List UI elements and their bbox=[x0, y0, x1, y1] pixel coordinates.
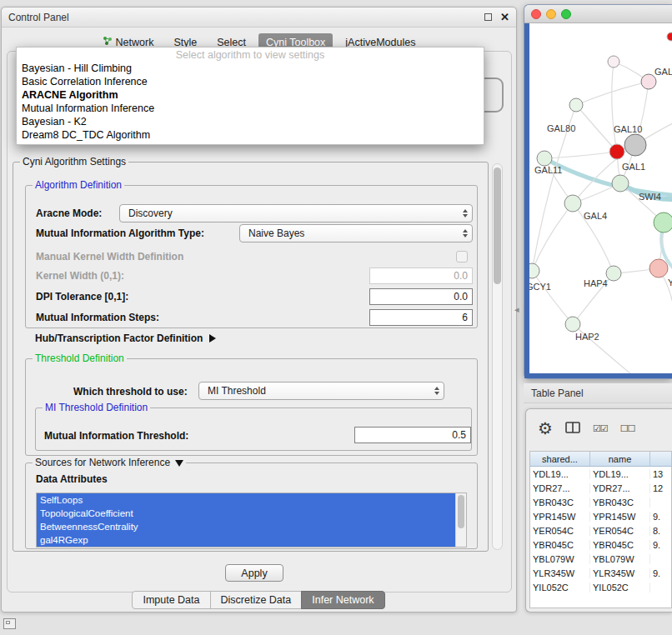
table-row[interactable]: YER054CYER054C8. bbox=[530, 523, 671, 538]
network-node-hap2-node[interactable] bbox=[565, 317, 580, 332]
table-row[interactable]: YIL052CYIL052C bbox=[530, 580, 671, 594]
table-cell: YBR043C bbox=[590, 498, 650, 508]
table-row[interactable]: YBR045CYBR045C9. bbox=[530, 538, 671, 552]
network-node-gal10-grey[interactable] bbox=[624, 134, 646, 156]
float-panel-icon[interactable] bbox=[484, 13, 492, 21]
network-edge[interactable] bbox=[532, 271, 573, 324]
network-node-gal1-node[interactable] bbox=[612, 175, 629, 192]
node-label: GAL4 bbox=[584, 211, 607, 221]
hub-definition-toggle[interactable]: Hub/Transcription Factor Definition bbox=[35, 332, 216, 345]
table-row[interactable]: YBR043CYBR043C bbox=[530, 495, 671, 509]
table-cell: YDL19... bbox=[590, 469, 650, 479]
network-node-pale-top[interactable] bbox=[608, 56, 619, 68]
settings-scrollbar[interactable] bbox=[492, 163, 503, 550]
network-node-red-node[interactable] bbox=[609, 144, 624, 159]
unselect-rows-icon[interactable]: ☐☐ bbox=[620, 423, 635, 434]
which-threshold-label: Which threshold to use: bbox=[73, 386, 188, 398]
mi-type-select[interactable]: Naive Bayes bbox=[239, 224, 473, 242]
scrollbar-thumb[interactable] bbox=[494, 168, 501, 284]
combo-arrows-icon bbox=[434, 387, 439, 395]
settings-group-title: Cyni Algorithm Settings bbox=[20, 156, 128, 168]
table-row[interactable]: YBL079WYBL079W bbox=[530, 552, 671, 566]
close-window-icon[interactable] bbox=[531, 9, 541, 19]
network-graph: GALGAL80GAL10GAL11GAL1SWI4GAL4GCY1HAP4YH… bbox=[529, 23, 672, 373]
table-row[interactable]: YPR145WYPR145W9. bbox=[530, 509, 671, 523]
attribute-item[interactable]: SelfLoops bbox=[37, 493, 455, 507]
network-node-gal11-node[interactable] bbox=[537, 151, 552, 166]
dpi-tolerance-field[interactable]: 0.0 bbox=[369, 288, 473, 305]
mi-threshold-field[interactable]: 0.5 bbox=[354, 427, 471, 443]
network-node-red-edge-node[interactable] bbox=[667, 32, 672, 41]
data-attributes-list[interactable]: SelfLoopsTopologicalCoefficientBetweenne… bbox=[36, 492, 467, 548]
column-header[interactable] bbox=[650, 452, 671, 466]
column-header[interactable]: shared... bbox=[530, 452, 590, 466]
threshold-definition-group: Threshold Definition Which threshold to … bbox=[25, 358, 478, 456]
network-canvas[interactable]: GALGAL80GAL10GAL11GAL1SWI4GAL4GCY1HAP4YH… bbox=[529, 23, 672, 373]
tab-discretize-data[interactable]: Discretize Data bbox=[210, 591, 303, 609]
table-row[interactable]: YDL19...YDL19...13 bbox=[530, 467, 671, 481]
node-label: GAL10 bbox=[614, 124, 642, 134]
table-panel-window: ⚙ ☑☑ ☐☐ shared...name YDL19...YDL19...13… bbox=[525, 408, 672, 612]
table-row[interactable]: YLR345WYLR345W9. bbox=[530, 566, 671, 580]
threshold-type-value: MI Threshold bbox=[208, 385, 266, 397]
network-window-titlebar[interactable] bbox=[524, 5, 672, 23]
network-node-gcy1-node[interactable] bbox=[529, 263, 539, 278]
attribute-item[interactable]: gal4RGexp bbox=[37, 533, 455, 547]
attribute-item[interactable]: BetweennessCentrality bbox=[37, 520, 455, 533]
network-edge[interactable] bbox=[612, 62, 617, 152]
network-view-window: GALGAL80GAL10GAL11GAL1SWI4GAL4GCY1HAP4YH… bbox=[524, 4, 672, 379]
zoom-window-icon[interactable] bbox=[561, 9, 571, 19]
minimize-window-icon[interactable] bbox=[546, 9, 556, 19]
network-node-salmon-node[interactable] bbox=[649, 259, 668, 278]
splitter-collapse-arrow[interactable]: ◂ bbox=[514, 304, 519, 315]
tab-impute-data[interactable]: Impute Data bbox=[132, 591, 210, 609]
column-header[interactable]: name bbox=[590, 452, 650, 466]
network-edge[interactable] bbox=[544, 152, 617, 158]
table-panel-titlebar[interactable]: Table Panel bbox=[524, 383, 672, 403]
mi-threshold-group: MI Threshold Definition Mutual Informati… bbox=[35, 408, 472, 451]
aracne-mode-select[interactable]: Discovery bbox=[119, 204, 473, 222]
select-rows-icon[interactable]: ☑☑ bbox=[593, 423, 608, 434]
algorithm-option[interactable]: Bayesian - Hill Climbing bbox=[17, 62, 484, 75]
table-options-gear-icon[interactable]: ⚙ bbox=[538, 420, 553, 437]
attribute-list-scrollbar[interactable] bbox=[455, 493, 466, 547]
node-label: GCY1 bbox=[529, 282, 551, 292]
algorithm-option[interactable]: Basic Correlation Inference bbox=[17, 75, 484, 88]
table-row[interactable]: YDR27...YDR27...12 bbox=[530, 481, 671, 495]
popup-placeholder: Select algorithm to view settings bbox=[17, 48, 484, 62]
show-columns-icon[interactable] bbox=[565, 422, 580, 436]
bottom-tab-row: Impute DataDiscretize DataInfer Network bbox=[2, 591, 516, 609]
table-cell: YBR045C bbox=[590, 540, 650, 550]
combo-arrows-icon bbox=[463, 209, 468, 218]
manual-kernel-checkbox[interactable] bbox=[456, 251, 468, 262]
algorithm-dropdown-popup: Select algorithm to view settings Bayesi… bbox=[16, 47, 484, 145]
algorithm-option[interactable]: Mutual Information Inference bbox=[17, 102, 484, 115]
minimized-panel-icon[interactable] bbox=[3, 618, 16, 629]
control-panel-titlebar[interactable]: Control Panel ✕ bbox=[2, 8, 516, 28]
table-cell: 9. bbox=[650, 512, 671, 522]
close-panel-icon[interactable]: ✕ bbox=[500, 12, 509, 22]
network-node-swi4-node[interactable] bbox=[654, 212, 672, 232]
collapse-down-icon bbox=[175, 460, 183, 467]
apply-button[interactable]: Apply bbox=[225, 564, 283, 582]
network-node-green-small-top[interactable] bbox=[569, 98, 583, 112]
network-edge[interactable] bbox=[576, 105, 617, 152]
network-node-hap4-node[interactable] bbox=[606, 266, 621, 281]
table-cell: YER054C bbox=[590, 526, 650, 536]
table-cell: YIL052C bbox=[530, 582, 590, 592]
algorithm-definition-title: Algorithm Definition bbox=[33, 179, 124, 192]
algorithm-option[interactable]: ARACNE Algorithm bbox=[17, 88, 484, 102]
threshold-type-select[interactable]: MI Threshold bbox=[198, 382, 444, 400]
sources-group-title[interactable]: Sources for Network Inference bbox=[33, 457, 186, 469]
table-cell: 9. bbox=[650, 540, 671, 550]
node-label: Y bbox=[668, 278, 672, 288]
algorithm-option[interactable]: Bayesian - K2 bbox=[17, 115, 484, 128]
attribute-item[interactable]: TopologicalCoefficient bbox=[37, 507, 455, 520]
kernel-width-field[interactable]: 0.0 bbox=[369, 268, 473, 284]
algorithm-option[interactable]: Dream8 DC_TDC Algorithm bbox=[17, 128, 484, 142]
network-node-gal4-node[interactable] bbox=[564, 195, 581, 212]
tab-infer-network[interactable]: Infer Network bbox=[301, 591, 384, 609]
mi-steps-field[interactable]: 6 bbox=[369, 309, 473, 326]
mi-threshold-value: 0.5 bbox=[452, 429, 466, 441]
table-header-row: shared...name bbox=[530, 452, 671, 467]
